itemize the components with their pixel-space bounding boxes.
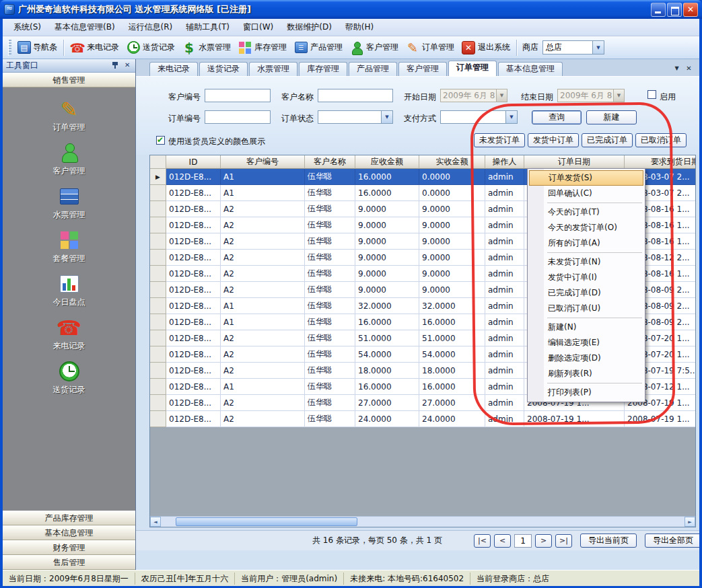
row-selector[interactable] [150,411,166,427]
row-selector[interactable] [150,379,166,395]
chevron-down-icon[interactable] [505,111,517,123]
toolbar-water-ticket-button[interactable]: 水票管理 [178,38,234,57]
header-receivable[interactable]: 应收金额 [355,155,419,169]
toolbar-nav-button[interactable]: 导航条 [14,39,61,56]
order-no-input[interactable] [205,110,271,124]
toolbar-gripper[interactable] [8,40,11,56]
menu-item-delete-selected[interactable]: 删除选定项(D) [529,351,643,366]
tab-inventory[interactable]: 库存管理 [299,62,347,76]
sidebar-group-basic-info[interactable]: 基本信息管理 [3,525,135,540]
sidebar-item-order-mgmt[interactable]: 订单管理 [3,98,135,133]
chevron-down-icon[interactable] [592,41,604,54]
next-page-button[interactable]: > [535,534,552,548]
search-button[interactable]: 查询 [532,110,582,124]
scroll-left-icon[interactable] [150,517,161,527]
chevron-down-icon[interactable] [496,89,507,102]
menu-item-shipping-orders[interactable]: 发货中订单(I) [529,270,643,285]
row-selector[interactable] [150,395,166,411]
sidebar-group-sales[interactable]: 销售管理 [3,73,135,87]
tab-customer[interactable]: 客户管理 [398,62,447,76]
row-selector[interactable] [150,233,166,250]
cancelled-orders-button[interactable]: 已取消订单 [635,133,687,147]
menu-window[interactable]: 窗口(W) [236,19,280,36]
sidebar-item-customer-mgmt[interactable]: 客户管理 [3,142,135,177]
menu-item-all-orders[interactable]: 所有的订单(A) [529,235,643,251]
sidebar-item-call-log[interactable]: 来电记录 [3,317,135,352]
toolbar-call-log-button[interactable]: 来电记录 [67,38,122,57]
close-icon[interactable] [684,63,694,73]
shipping-orders-button[interactable]: 发货中订单 [528,133,579,147]
sidebar-item-today-summary[interactable]: 今日盘点 [3,273,135,308]
table-row[interactable]: 012D-E8... A2 伍华聪 24.0000 24.0000 admin … [150,411,696,427]
row-selector[interactable] [150,169,166,185]
chevron-down-icon[interactable] [613,89,624,102]
row-selector[interactable] [150,346,166,363]
menu-item-print-list[interactable]: 打印列表(P) [529,385,643,400]
sidebar-group-product-inventory[interactable]: 产品库存管理 [3,511,135,525]
menu-item-edit-selected[interactable]: 编辑选定项(E) [529,335,643,351]
toolbar-inventory-button[interactable]: 库存管理 [234,38,290,57]
tab-product[interactable]: 产品管理 [349,62,397,76]
toolbar-delivery-log-button[interactable]: 送货记录 [122,38,178,57]
row-selector[interactable] [150,330,166,346]
row-selector[interactable] [150,201,166,217]
pin-icon[interactable] [112,62,118,69]
courier-color-checkbox[interactable] [156,136,165,145]
current-page-input[interactable]: 1 [514,534,532,548]
row-selector[interactable] [150,314,166,330]
menu-item-ship-order[interactable]: 订单发货(S) [529,170,643,186]
new-button[interactable]: 新建 [586,110,637,124]
maximize-button[interactable] [667,3,682,17]
scroll-thumb[interactable] [176,517,357,526]
scroll-track[interactable] [161,517,685,527]
customer-no-input[interactable] [205,89,271,102]
menu-item-refresh-list[interactable]: 刷新列表(R) [529,366,643,381]
row-selector[interactable] [150,217,166,233]
first-page-button[interactable]: |< [474,534,491,548]
sidebar-group-finance[interactable]: 财务管理 [3,540,135,555]
menu-data-maintain[interactable]: 数据维护(D) [280,19,339,36]
header-customer-no[interactable]: 客户编号 [221,155,305,169]
chevron-down-icon[interactable] [672,63,682,73]
toolbar-customer-button[interactable]: 客户管理 [346,38,402,57]
chevron-down-icon[interactable] [381,111,392,123]
header-due-date[interactable]: 要求到货日期 [625,155,696,169]
last-page-button[interactable]: >| [555,534,572,548]
start-date-picker[interactable]: 2009年 6月 8日 [440,89,507,102]
tab-basic-info[interactable]: 基本信息管理 [498,62,563,76]
menu-item-cancelled-orders[interactable]: 已取消订单(U) [529,301,643,316]
toolbar-product-button[interactable]: 产品管理 [290,38,346,57]
row-selector[interactable] [150,298,166,314]
row-selector[interactable] [150,363,166,379]
minimize-button[interactable] [651,3,666,17]
tab-order-mgmt[interactable]: 订单管理 [448,61,497,76]
close-icon[interactable] [124,62,132,70]
customer-name-input[interactable] [318,89,393,102]
toolbar-exit-button[interactable]: 退出系统 [458,38,514,57]
enable-date-checkbox[interactable] [647,90,656,99]
header-received[interactable]: 实收金额 [419,155,485,169]
header-operator[interactable]: 操作人 [485,155,524,169]
header-customer-name[interactable]: 客户名称 [305,155,355,169]
unshipped-orders-button[interactable]: 未发货订单 [474,133,525,147]
pay-method-select[interactable] [440,110,518,124]
horizontal-scrollbar[interactable] [150,516,695,527]
row-selector[interactable] [150,266,166,282]
close-button[interactable] [683,3,698,17]
menu-aux-tools[interactable]: 辅助工具(T) [179,19,236,36]
menu-item-unshipped-orders[interactable]: 未发货订单(N) [529,254,643,270]
sidebar-item-delivery-log[interactable]: 送货记录 [3,361,135,396]
export-all-pages-button[interactable]: 导出全部页 [645,534,699,548]
scroll-right-icon[interactable] [685,517,695,527]
prev-page-button[interactable]: < [494,534,511,548]
sidebar-item-package-mgmt[interactable]: 套餐管理 [3,229,135,264]
tab-call-log[interactable]: 来电记录 [149,62,198,76]
store-select[interactable]: 总店 [542,40,604,54]
end-date-picker[interactable]: 2009年 6月 8日 [557,89,625,102]
header-id[interactable]: ID [166,155,221,169]
menu-item-new[interactable]: 新建(N) [529,320,643,335]
menu-help[interactable]: 帮助(H) [339,19,380,36]
sidebar-item-water-ticket-mgmt[interactable]: 水票管理 [3,186,135,221]
menu-system[interactable]: 系统(S) [7,19,48,36]
tab-water-ticket[interactable]: 水票管理 [249,62,297,76]
